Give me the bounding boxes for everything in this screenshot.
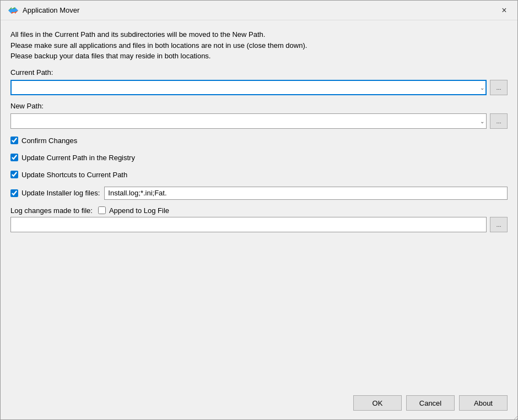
current-path-section: Current Path: ⌄ ...	[10, 68, 508, 95]
confirm-changes-row: Confirm Changes	[10, 137, 508, 145]
current-path-combo: ⌄	[10, 80, 487, 95]
installer-files-input[interactable]	[104, 187, 508, 200]
current-path-input[interactable]	[10, 80, 487, 95]
log-top-row: Log changes made to file: Append to Log …	[10, 206, 508, 215]
about-button[interactable]: About	[459, 395, 508, 411]
update-registry-label: Update Current Path in the Registry	[21, 154, 135, 162]
new-path-combo: ⌄	[10, 113, 487, 129]
installer-checkbox-row: Update Installer log files:	[10, 189, 100, 197]
update-shortcuts-row: Update Shortcuts to Current Path	[10, 171, 508, 179]
new-path-section: New Path: ⌄ ...	[10, 102, 508, 129]
svg-line-4	[516, 418, 518, 420]
update-shortcuts-label: Update Shortcuts to Current Path	[21, 171, 127, 179]
update-shortcuts-checkbox[interactable]	[10, 171, 18, 178]
description-text: All files in the Current Path and its su…	[10, 29, 508, 62]
new-path-label: New Path:	[10, 102, 508, 110]
new-path-browse[interactable]: ...	[490, 113, 508, 129]
log-file-section: Log changes made to file: Append to Log …	[10, 206, 508, 232]
update-installer-checkbox[interactable]	[10, 189, 18, 197]
append-log-row: Append to Log File	[98, 206, 169, 215]
current-path-browse[interactable]: ...	[490, 80, 508, 95]
title-bar: Application Mover ×	[1, 1, 517, 20]
current-path-label: Current Path:	[10, 68, 508, 77]
cancel-button[interactable]: Cancel	[406, 395, 455, 411]
bottom-buttons: OK Cancel About	[1, 389, 517, 419]
confirm-changes-label: Confirm Changes	[21, 137, 77, 145]
append-log-checkbox[interactable]	[98, 206, 106, 214]
window-title: Application Mover	[23, 6, 79, 14]
app-icon	[7, 5, 18, 16]
log-file-input-row: ...	[10, 217, 508, 232]
new-path-input[interactable]	[10, 113, 487, 129]
confirm-changes-checkbox[interactable]	[10, 137, 18, 144]
resize-handle	[511, 413, 518, 420]
update-registry-checkbox[interactable]	[10, 154, 18, 161]
log-changes-label: Log changes made to file:	[10, 206, 93, 215]
ok-button[interactable]: OK	[353, 395, 402, 411]
update-installer-label: Update Installer log files:	[21, 189, 100, 197]
svg-line-3	[514, 416, 518, 420]
installer-row: Update Installer log files:	[10, 187, 508, 200]
update-registry-row: Update Current Path in the Registry	[10, 154, 508, 162]
log-file-input[interactable]	[10, 217, 487, 232]
close-button[interactable]: ×	[498, 4, 511, 17]
log-file-browse[interactable]: ...	[490, 217, 508, 232]
append-log-label: Append to Log File	[109, 206, 169, 215]
